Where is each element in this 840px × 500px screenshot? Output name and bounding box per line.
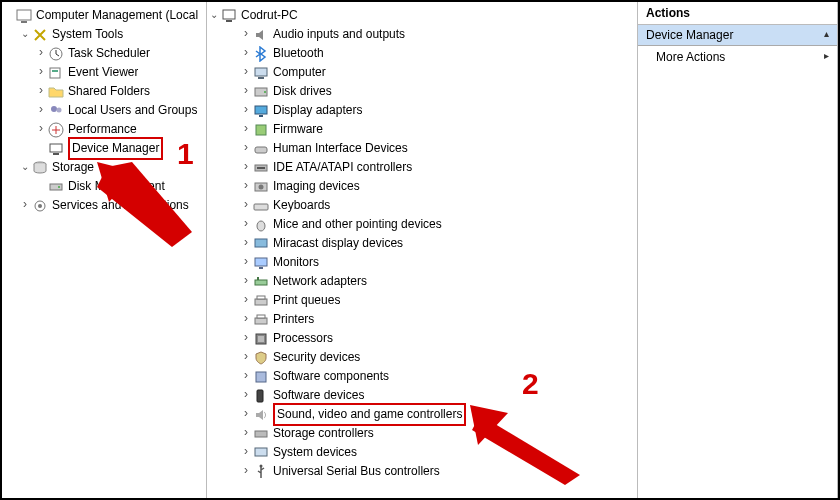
device-category-disk[interactable]: Disk drives xyxy=(207,82,637,101)
svg-point-30 xyxy=(257,221,265,231)
device-category-label: Mice and other pointing devices xyxy=(273,215,442,234)
svg-rect-1 xyxy=(21,21,27,23)
device-category-sound[interactable]: Sound, video and game controllers xyxy=(207,405,637,424)
node-event-viewer[interactable]: Event Viewer xyxy=(2,63,206,82)
network-icon xyxy=(253,274,269,290)
device-category-ide[interactable]: IDE ATA/ATAPI controllers xyxy=(207,158,637,177)
node-storage[interactable]: Storage xyxy=(2,158,206,177)
device-category-network[interactable]: Network adapters xyxy=(207,272,637,291)
svg-rect-22 xyxy=(259,115,263,117)
svg-point-6 xyxy=(57,107,62,112)
svg-rect-34 xyxy=(255,280,267,285)
actions-section-device-manager[interactable]: Device Manager xyxy=(638,25,837,46)
firmware-icon xyxy=(253,122,269,138)
svg-point-14 xyxy=(38,204,42,208)
svg-rect-38 xyxy=(255,318,267,324)
device-category-bluetooth[interactable]: Bluetooth xyxy=(207,44,637,63)
device-category-mice[interactable]: Mice and other pointing devices xyxy=(207,215,637,234)
device-category-storage[interactable]: Storage controllers xyxy=(207,424,637,443)
svg-rect-0 xyxy=(17,10,31,20)
svg-rect-31 xyxy=(255,239,267,247)
device-category-label: IDE ATA/ATAPI controllers xyxy=(273,158,412,177)
device-category-label: Storage controllers xyxy=(273,424,374,443)
users-icon xyxy=(48,103,64,119)
device-manager-tree[interactable]: Codrut-PCAudio inputs and outputsBluetoo… xyxy=(207,2,638,498)
device-category-firmware[interactable]: Firmware xyxy=(207,120,637,139)
svg-rect-24 xyxy=(255,147,267,153)
svg-rect-43 xyxy=(257,390,263,402)
printers-icon xyxy=(253,312,269,328)
miracast-icon xyxy=(253,236,269,252)
svg-rect-36 xyxy=(255,299,267,305)
device-category-label: Printers xyxy=(273,310,314,329)
svg-rect-45 xyxy=(255,448,267,456)
svg-rect-18 xyxy=(258,77,264,79)
device-category-label: Monitors xyxy=(273,253,319,272)
device-category-monitors[interactable]: Monitors xyxy=(207,253,637,272)
device-category-processors[interactable]: Processors xyxy=(207,329,637,348)
device-category-imaging[interactable]: Imaging devices xyxy=(207,177,637,196)
svg-rect-37 xyxy=(257,296,265,299)
device-category-keyboards[interactable]: Keyboards xyxy=(207,196,637,215)
computer-icon xyxy=(253,65,269,81)
svg-rect-8 xyxy=(50,144,62,152)
node-system-tools[interactable]: System Tools xyxy=(2,25,206,44)
svg-rect-4 xyxy=(52,70,58,72)
node-device-manager[interactable]: Device Manager xyxy=(2,139,206,158)
device-category-miracast[interactable]: Miracast display devices xyxy=(207,234,637,253)
disk-icon xyxy=(253,84,269,100)
device-category-label: Universal Serial Bus controllers xyxy=(273,462,440,481)
device-category-audio[interactable]: Audio inputs and outputs xyxy=(207,25,637,44)
display-icon xyxy=(253,103,269,119)
device-category-label: Processors xyxy=(273,329,333,348)
svg-point-5 xyxy=(51,106,57,112)
device-category-system[interactable]: System devices xyxy=(207,443,637,462)
services-icon xyxy=(32,198,48,214)
device-category-hid[interactable]: Human Interface Devices xyxy=(207,139,637,158)
actions-item-more-actions[interactable]: More Actions xyxy=(638,46,837,68)
keyboards-icon xyxy=(253,198,269,214)
svg-rect-39 xyxy=(257,315,265,318)
device-category-security[interactable]: Security devices xyxy=(207,348,637,367)
bluetooth-icon xyxy=(253,46,269,62)
svg-rect-33 xyxy=(259,267,263,269)
svg-rect-11 xyxy=(50,184,62,190)
annotation-marker-2: 2 xyxy=(522,367,539,401)
tools-icon xyxy=(32,27,48,43)
actions-pane: Actions Device Manager More Actions xyxy=(638,2,838,498)
event-viewer-icon xyxy=(48,65,64,81)
node-computer-management[interactable]: Computer Management (Local xyxy=(2,6,206,25)
processors-icon xyxy=(253,331,269,347)
device-category-usb[interactable]: Universal Serial Bus controllers xyxy=(207,462,637,481)
svg-rect-17 xyxy=(255,68,267,76)
annotation-marker-1: 1 xyxy=(177,137,194,171)
node-shared-folders[interactable]: Shared Folders xyxy=(2,82,206,101)
svg-rect-23 xyxy=(256,125,266,135)
device-category-label: Miracast display devices xyxy=(273,234,403,253)
svg-rect-21 xyxy=(255,106,267,114)
swdev-icon xyxy=(253,388,269,404)
device-category-display[interactable]: Display adapters xyxy=(207,101,637,120)
disk-icon xyxy=(48,179,64,195)
device-category-swcomp[interactable]: Software components xyxy=(207,367,637,386)
svg-rect-16 xyxy=(226,20,232,22)
device-category-printers[interactable]: Printers xyxy=(207,310,637,329)
device-category-label: Audio inputs and outputs xyxy=(273,25,405,44)
device-category-computer[interactable]: Computer xyxy=(207,63,637,82)
svg-rect-42 xyxy=(256,372,266,382)
node-services-applications[interactable]: Services and Applications xyxy=(2,196,206,215)
device-category-label: Print queues xyxy=(273,291,340,310)
node-disk-management[interactable]: Disk Management xyxy=(2,177,206,196)
svg-rect-15 xyxy=(223,10,235,19)
svg-rect-35 xyxy=(257,277,259,280)
device-manager-label: Device Manager xyxy=(68,137,163,160)
device-category-printqueues[interactable]: Print queues xyxy=(207,291,637,310)
device-category-label: Display adapters xyxy=(273,101,362,120)
node-task-scheduler[interactable]: Task Scheduler xyxy=(2,44,206,63)
device-category-label: Sound, video and game controllers xyxy=(273,403,466,426)
imaging-icon xyxy=(253,179,269,195)
device-root-node[interactable]: Codrut-PC xyxy=(207,6,637,25)
swcomp-icon xyxy=(253,369,269,385)
mmc-console-tree[interactable]: Computer Management (Local System Tools … xyxy=(2,2,207,498)
node-local-users-groups[interactable]: Local Users and Groups xyxy=(2,101,206,120)
